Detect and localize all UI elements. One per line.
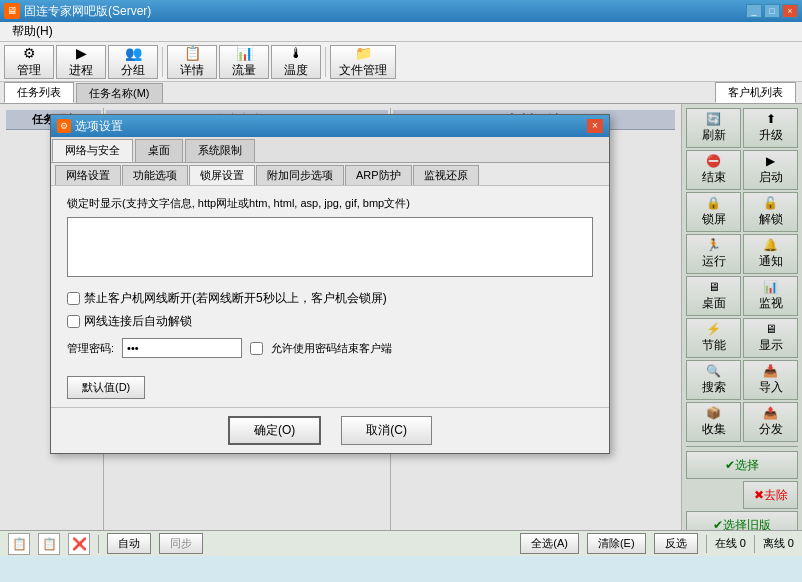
main-tabs: 任务列表 任务名称(M) 客户机列表 xyxy=(0,82,802,104)
dialog-icon: ⚙ xyxy=(57,119,71,133)
file-icon: 📁 xyxy=(355,45,372,61)
dialog-subtab-arp[interactable]: ARP防护 xyxy=(345,165,412,185)
sync-button[interactable]: 同步 xyxy=(159,533,203,554)
toolbar-group[interactable]: 👥 分组 xyxy=(108,45,158,79)
checkbox-disconnect[interactable] xyxy=(67,292,80,305)
dialog-body: 锁定时显示(支持文字信息, http网址或htm, html, asp, jpg… xyxy=(51,186,609,368)
offline-status: 离线 0 xyxy=(763,536,794,551)
toolbar-process[interactable]: ▶ 进程 xyxy=(56,45,106,79)
clear-button[interactable]: 清除(E) xyxy=(587,533,646,554)
dialog-cancel-button[interactable]: 取消(C) xyxy=(341,416,432,445)
minimize-button[interactable]: _ xyxy=(746,4,762,18)
password-label: 管理密码: xyxy=(67,341,114,356)
separator-2 xyxy=(325,47,326,77)
checkbox-row-2: 网线连接后自动解锁 xyxy=(67,313,593,330)
main-content: 任务列表 任务名称(M) 客户机列表 🔄 刷新 ⬆ 升级 ⛔ 结束 ▶ 启动 xyxy=(0,104,802,556)
separator-1 xyxy=(162,47,163,77)
tab-task-list[interactable]: 任务列表 xyxy=(4,82,74,103)
dialog-sub-tabs: 网络设置 功能选项 锁屏设置 附加同步选项 ARP防护 监视还原 xyxy=(51,163,609,186)
status-icon-1[interactable]: 📋 xyxy=(8,533,30,555)
temp-icon: 🌡 xyxy=(289,45,303,61)
checkbox-auto-unlock-label: 网线连接后自动解锁 xyxy=(84,313,192,330)
checkbox-allow-end[interactable] xyxy=(250,342,263,355)
tab-task-name[interactable]: 任务名称(M) xyxy=(76,83,163,103)
checkbox-disconnect-label: 禁止客户机网线断开(若网线断开5秒以上，客户机会锁屏) xyxy=(84,290,387,307)
detail-icon: 📋 xyxy=(184,45,201,61)
reverse-button[interactable]: 反选 xyxy=(654,533,698,554)
dialog-tab-system[interactable]: 系统限制 xyxy=(185,139,255,162)
app-icon: 🖥 xyxy=(4,3,20,19)
status-sep-3 xyxy=(754,535,755,553)
status-icon-2[interactable]: 📋 xyxy=(38,533,60,555)
dialog-subtab-network[interactable]: 网络设置 xyxy=(55,165,121,185)
toolbar-temp[interactable]: 🌡 温度 xyxy=(271,45,321,79)
close-button[interactable]: × xyxy=(782,4,798,18)
dialog-ok-button[interactable]: 确定(O) xyxy=(228,416,321,445)
window-controls: _ □ × xyxy=(746,4,798,18)
group-icon: 👥 xyxy=(125,45,142,61)
default-button[interactable]: 默认值(D) xyxy=(67,376,145,399)
toolbar-traffic[interactable]: 📊 流量 xyxy=(219,45,269,79)
menu-help[interactable]: 帮助(H) xyxy=(4,21,61,42)
checkbox-auto-unlock[interactable] xyxy=(67,315,80,328)
dialog-footer: 默认值(D) xyxy=(51,368,609,407)
menu-bar: 帮助(H) xyxy=(0,22,802,42)
password-row: 管理密码: 允许使用密码结束客户端 xyxy=(67,338,593,358)
window-title: 固连专家网吧版(Server) xyxy=(24,3,746,20)
title-bar: 🖥 固连专家网吧版(Server) _ □ × xyxy=(0,0,802,22)
status-icon-3[interactable]: ❌ xyxy=(68,533,90,555)
options-dialog: ⚙ 选项设置 × 网络与安全 桌面 系统限制 网络设置 功能选项 锁屏设置 附加… xyxy=(50,114,610,454)
manage-icon: ⚙ xyxy=(23,45,36,61)
tab-client-list[interactable]: 客户机列表 xyxy=(715,82,796,103)
toolbar-filemgr[interactable]: 📁 文件管理 xyxy=(330,45,396,79)
password-input[interactable] xyxy=(122,338,242,358)
process-icon: ▶ xyxy=(76,45,87,61)
allow-end-label: 允许使用密码结束客户端 xyxy=(271,341,392,356)
dialog-buttons: 确定(O) 取消(C) xyxy=(51,407,609,453)
traffic-icon: 📊 xyxy=(236,45,253,61)
dialog-close-button[interactable]: × xyxy=(587,119,603,133)
dialog-overlay: ⚙ 选项设置 × 网络与安全 桌面 系统限制 网络设置 功能选项 锁屏设置 附加… xyxy=(0,104,802,556)
dialog-tab-desktop[interactable]: 桌面 xyxy=(135,139,183,162)
dialog-subtab-func[interactable]: 功能选项 xyxy=(122,165,188,185)
status-sep-1 xyxy=(98,535,99,553)
status-sep-2 xyxy=(706,535,707,553)
dialog-section-title: 锁定时显示(支持文字信息, http网址或htm, html, asp, jpg… xyxy=(67,196,593,211)
toolbar-manage[interactable]: ⚙ 管理 xyxy=(4,45,54,79)
maximize-button[interactable]: □ xyxy=(764,4,780,18)
dialog-tabs: 网络与安全 桌面 系统限制 xyxy=(51,137,609,163)
dialog-title-text: 选项设置 xyxy=(75,118,587,135)
auto-button[interactable]: 自动 xyxy=(107,533,151,554)
dialog-subtab-sync[interactable]: 附加同步选项 xyxy=(256,165,344,185)
dialog-tab-network[interactable]: 网络与安全 xyxy=(52,139,133,162)
dialog-subtab-monitor[interactable]: 监视还原 xyxy=(413,165,479,185)
dialog-subtab-lockscreen[interactable]: 锁屏设置 xyxy=(189,165,255,185)
dialog-title-bar: ⚙ 选项设置 × xyxy=(51,115,609,137)
status-bar: 📋 📋 ❌ 自动 同步 全选(A) 清除(E) 反选 在线 0 离线 0 xyxy=(0,530,802,556)
online-status: 在线 0 xyxy=(715,536,746,551)
checkbox-row-1: 禁止客户机网线断开(若网线断开5秒以上，客户机会锁屏) xyxy=(67,290,593,307)
toolbar-detail[interactable]: 📋 详情 xyxy=(167,45,217,79)
select-all-button[interactable]: 全选(A) xyxy=(520,533,579,554)
toolbar: ⚙ 管理 ▶ 进程 👥 分组 📋 详情 📊 流量 🌡 温度 📁 文件管理 xyxy=(0,42,802,82)
dialog-textbox[interactable] xyxy=(67,217,593,277)
